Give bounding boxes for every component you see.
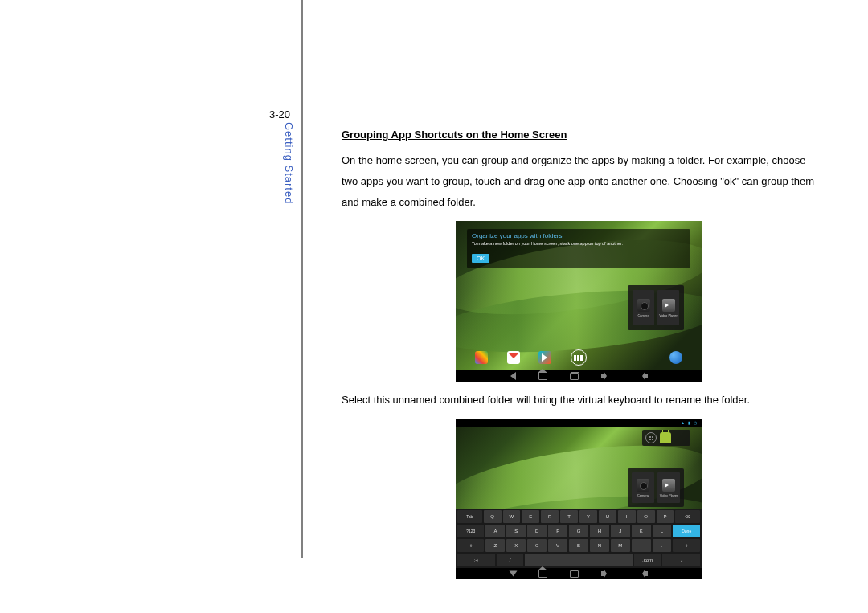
key-com[interactable]: .com	[634, 554, 661, 566]
nav-bar	[456, 370, 702, 382]
back-icon[interactable]	[509, 571, 517, 577]
keyboard-row-4: :-) / .com ⌄	[457, 554, 700, 566]
key-j[interactable]: J	[611, 525, 630, 537]
dock	[475, 349, 682, 366]
vertical-divider	[301, 0, 303, 558]
keyboard-row-3: ⇧ Z X C V B N M , . ⇧	[457, 539, 700, 552]
key-s[interactable]: S	[506, 525, 526, 537]
key-tab[interactable]: Tab	[457, 510, 482, 523]
key-i[interactable]: I	[618, 510, 636, 523]
volume-up-icon[interactable]	[636, 571, 648, 576]
app-camera[interactable]: Camera	[633, 290, 654, 325]
camera-icon	[637, 299, 650, 312]
dialog-title: Organize your apps with folders	[472, 232, 686, 239]
key-d[interactable]: D	[527, 525, 547, 537]
keyboard-row-1: Tab Q W E R T Y U I O P ⌫	[457, 510, 700, 523]
key-n[interactable]: N	[590, 539, 609, 552]
folder-icon	[645, 432, 657, 443]
section-label: Getting Started	[283, 122, 295, 204]
key-r[interactable]: R	[541, 510, 559, 523]
app-label: Video Player	[659, 313, 678, 317]
paragraph-1: On the home screen, you can group and or…	[342, 150, 816, 213]
status-bar: ▲ ▮ ◷	[456, 419, 702, 427]
home-icon[interactable]	[538, 570, 547, 578]
android-icon	[660, 432, 671, 443]
volume-down-icon[interactable]	[601, 374, 613, 378]
folder-tip-dialog: Organize your apps with folders To make …	[467, 229, 690, 268]
gmail-icon[interactable]	[507, 351, 520, 364]
key-l[interactable]: L	[653, 525, 672, 537]
key-a[interactable]: A	[485, 525, 505, 537]
video-icon	[662, 299, 675, 312]
virtual-keyboard: Tab Q W E R T Y U I O P ⌫ ?123 A S	[456, 509, 702, 568]
home-icon[interactable]	[538, 372, 547, 380]
key-w[interactable]: W	[503, 510, 521, 523]
folder-popup: Camera Video Player	[628, 468, 684, 507]
volume-down-icon[interactable]	[601, 571, 613, 576]
ok-button[interactable]: OK	[472, 254, 489, 263]
play-store-icon[interactable]	[538, 351, 551, 364]
key-backspace[interactable]: ⌫	[675, 510, 700, 523]
key-done[interactable]: Done	[673, 525, 699, 537]
key-hide[interactable]: ⌄	[662, 554, 700, 566]
key-t[interactable]: T	[560, 510, 578, 523]
nav-bar	[456, 568, 702, 579]
key-k[interactable]: K	[632, 525, 651, 537]
wifi-icon: ▲	[681, 420, 685, 425]
screenshot-1: Organize your apps with folders To make …	[456, 221, 702, 382]
key-v[interactable]: V	[548, 539, 567, 552]
app-label: Camera	[637, 493, 649, 497]
app-camera[interactable]: Camera	[632, 472, 654, 503]
key-shift-left[interactable]: ⇧	[457, 539, 484, 552]
volume-up-icon[interactable]	[636, 374, 648, 378]
app-drawer-icon[interactable]	[571, 349, 587, 366]
key-c[interactable]: C	[527, 539, 547, 552]
battery-icon: ▮	[688, 420, 690, 425]
paragraph-2: Select this unnamed combined folder will…	[342, 390, 816, 411]
key-symbols[interactable]: ?123	[457, 525, 484, 537]
key-h[interactable]: H	[590, 525, 609, 537]
screenshot-2: ▲ ▮ ◷ Camera Video Player	[456, 419, 702, 579]
page-number: 3-20	[269, 108, 290, 121]
key-e[interactable]: E	[522, 510, 539, 523]
app-video-player[interactable]: Video Player	[657, 472, 680, 503]
key-b[interactable]: B	[569, 539, 588, 552]
folder-popup: Camera Video Player	[628, 285, 684, 330]
app-label: Video Player	[660, 493, 678, 497]
key-q[interactable]: Q	[484, 510, 502, 523]
key-z[interactable]: Z	[485, 539, 505, 552]
key-u[interactable]: U	[599, 510, 616, 523]
key-x[interactable]: X	[506, 539, 526, 552]
clock: ◷	[694, 420, 697, 425]
browser-icon[interactable]	[669, 351, 682, 364]
section-heading: Grouping App Shortcuts on the Home Scree…	[342, 129, 816, 141]
key-o[interactable]: O	[637, 510, 655, 523]
app-label: Camera	[637, 313, 649, 317]
key-g[interactable]: G	[569, 525, 588, 537]
key-p[interactable]: P	[657, 510, 674, 523]
key-m[interactable]: M	[611, 539, 630, 552]
recent-icon[interactable]	[570, 570, 579, 578]
back-icon[interactable]	[510, 372, 516, 380]
key-y[interactable]: Y	[579, 510, 597, 523]
keyboard-row-2: ?123 A S D F G H J K L Done	[457, 525, 700, 537]
maps-icon[interactable]	[475, 351, 488, 364]
key-f[interactable]: F	[548, 525, 567, 537]
key-period[interactable]: .	[653, 539, 672, 552]
video-icon	[662, 479, 675, 492]
recent-icon[interactable]	[570, 373, 579, 380]
key-emoji[interactable]: :-)	[457, 554, 495, 566]
app-video-player[interactable]: Video Player	[657, 290, 679, 325]
key-slash[interactable]: /	[497, 554, 523, 566]
dialog-subtitle: To make a new folder on your Home screen…	[472, 241, 686, 246]
folder-title-bar[interactable]	[642, 430, 690, 446]
key-shift-right[interactable]: ⇧	[673, 539, 699, 552]
key-comma[interactable]: ,	[632, 539, 651, 552]
key-space[interactable]	[525, 554, 633, 566]
camera-icon	[637, 479, 649, 492]
